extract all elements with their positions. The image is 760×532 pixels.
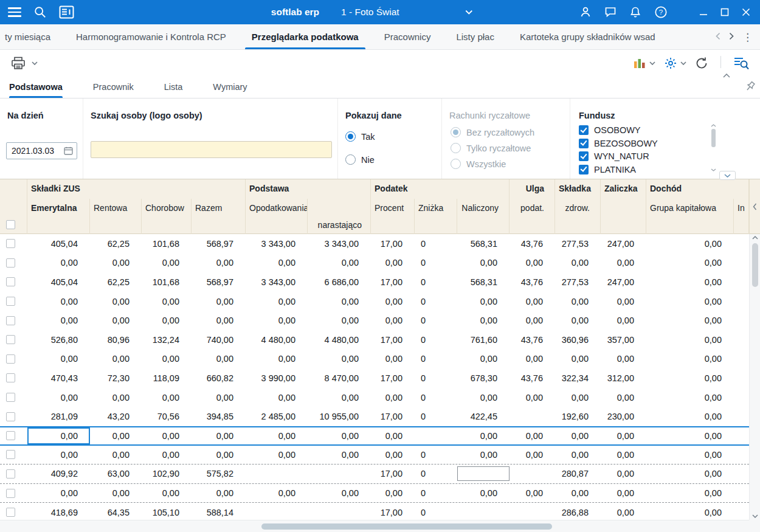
table-cell[interactable]: 0,00: [142, 354, 192, 364]
table-cell[interactable]: 0,00: [142, 258, 192, 268]
column-header-ulga-podat[interactable]: podat.: [510, 199, 555, 234]
collapse-columns-button[interactable]: [749, 179, 760, 234]
table-row[interactable]: 405,0462,25101,68568,973 343,006 686,001…: [0, 272, 749, 292]
table-cell[interactable]: 0,00: [646, 297, 734, 306]
table-row[interactable]: 0,000,000,000,000,000,000,0000,000,000,0…: [0, 350, 749, 369]
row-checkbox[interactable]: [6, 354, 15, 364]
table-cell[interactable]: 0: [415, 277, 457, 287]
radio-nie[interactable]: Nie: [345, 154, 375, 165]
table-cell[interactable]: 0,00: [646, 277, 734, 287]
table-cell[interactable]: 0,00: [192, 488, 246, 498]
row-checkbox[interactable]: [6, 508, 15, 517]
table-cell[interactable]: 0,00: [646, 316, 734, 325]
search-in-list-button[interactable]: [732, 54, 750, 72]
table-cell[interactable]: 0,00: [90, 450, 142, 460]
table-cell[interactable]: 422,45: [457, 412, 510, 421]
table-cell[interactable]: 17,00: [371, 239, 415, 249]
table-cell[interactable]: 4 480,00: [308, 335, 371, 345]
table-cell[interactable]: 405,04: [27, 277, 90, 287]
table-row[interactable]: 0,000,000,000,000,000,000,0000,000,000,0…: [0, 484, 749, 503]
table-cell[interactable]: 0: [415, 412, 457, 421]
table-cell[interactable]: 0,00: [510, 431, 555, 441]
row-checkbox[interactable]: [6, 239, 15, 248]
table-cell[interactable]: 312,00: [601, 373, 646, 383]
table-cell[interactable]: 0,00: [457, 488, 510, 498]
table-cell[interactable]: 17,00: [371, 508, 415, 517]
menu-button[interactable]: [8, 7, 21, 16]
pin-button[interactable]: [745, 81, 756, 94]
tabs-scroll-left-icon[interactable]: [716, 32, 720, 42]
table-cell[interactable]: 0: [415, 335, 457, 345]
table-cell[interactable]: 0,00: [192, 297, 246, 306]
table-cell[interactable]: 118,09: [142, 373, 192, 383]
table-cell[interactable]: 70,56: [142, 412, 192, 421]
minimize-button[interactable]: [699, 8, 708, 16]
column-header-in[interactable]: In: [734, 199, 749, 234]
help-button[interactable]: ?: [654, 5, 668, 19]
table-cell[interactable]: 740,00: [192, 335, 246, 345]
table-cell[interactable]: 8 470,00: [308, 373, 371, 383]
table-cell[interactable]: 0,00: [555, 450, 601, 460]
table-cell[interactable]: 101,68: [142, 239, 192, 249]
table-cell[interactable]: 0,00: [457, 297, 510, 306]
table-cell[interactable]: 0: [415, 393, 457, 402]
row-checkbox[interactable]: [6, 373, 15, 382]
table-cell[interactable]: 0: [415, 488, 457, 498]
row-checkbox[interactable]: [6, 450, 15, 459]
table-cell[interactable]: 0,00: [192, 354, 246, 364]
row-checkbox[interactable]: [6, 277, 15, 286]
date-input[interactable]: 2021.03.03: [6, 142, 77, 159]
table-cell[interactable]: 0,00: [90, 316, 142, 325]
table-cell[interactable]: 0,00: [246, 393, 308, 402]
table-cell[interactable]: 0,00: [510, 393, 555, 402]
tab-listy-plac[interactable]: Listy płac: [443, 24, 507, 49]
column-header-zaliczka[interactable]: Zaliczka: [601, 179, 646, 199]
table-cell[interactable]: 418,69: [27, 508, 90, 517]
subtab-wymiary[interactable]: Wymiary: [213, 76, 247, 98]
table-cell[interactable]: 0,00: [510, 258, 555, 268]
table-cell[interactable]: 0,00: [555, 393, 601, 402]
table-cell[interactable]: 101,68: [142, 277, 192, 287]
checkbox-bezosobowy[interactable]: BEZOSOBOWY: [579, 139, 658, 148]
table-cell[interactable]: 322,34: [555, 373, 601, 383]
table-cell[interactable]: 0,00: [90, 393, 142, 402]
table-cell[interactable]: 0,00: [510, 297, 555, 306]
table-cell[interactable]: 0,00: [27, 393, 90, 402]
table-cell[interactable]: 0,00: [457, 431, 510, 441]
horizontal-scrollbar[interactable]: [0, 520, 749, 532]
refresh-button[interactable]: [694, 55, 710, 72]
table-cell[interactable]: 0,00: [27, 427, 90, 444]
table-cell[interactable]: 575,82: [192, 469, 246, 478]
table-cell[interactable]: 43,20: [90, 412, 142, 421]
table-cell[interactable]: 0,00: [371, 450, 415, 460]
table-cell[interactable]: 568,31: [457, 239, 510, 249]
table-cell[interactable]: 43,76: [510, 335, 555, 345]
table-cell[interactable]: 0,00: [646, 373, 734, 383]
table-cell[interactable]: 0,00: [371, 297, 415, 306]
table-cell[interactable]: 660,82: [192, 373, 246, 383]
table-cell[interactable]: 0: [415, 373, 457, 383]
table-row[interactable]: 405,0462,25101,68568,973 343,003 343,001…: [0, 234, 749, 254]
scrollbar-thumb[interactable]: [261, 523, 552, 530]
table-row[interactable]: 409,9263,00102,90575,8217,000280,870,000…: [0, 465, 749, 484]
table-cell[interactable]: 0,00: [246, 450, 308, 460]
table-row[interactable]: 0,000,000,000,000,000,000,0000,000,000,0…: [0, 388, 749, 407]
table-cell[interactable]: 2 485,00: [246, 412, 308, 421]
table-cell[interactable]: 247,00: [601, 277, 646, 287]
table-cell[interactable]: 0,00: [27, 316, 90, 325]
table-cell[interactable]: 43,76: [510, 277, 555, 287]
table-cell[interactable]: 0,00: [646, 239, 734, 249]
row-checkbox[interactable]: [6, 412, 15, 421]
table-cell[interactable]: 0,00: [457, 258, 510, 268]
news-button[interactable]: [59, 5, 74, 19]
table-cell[interactable]: 0,00: [601, 297, 646, 306]
table-cell[interactable]: 0,00: [308, 450, 371, 460]
table-cell[interactable]: 17,00: [371, 412, 415, 421]
table-cell[interactable]: 0,00: [646, 354, 734, 364]
table-cell[interactable]: 10 955,00: [308, 412, 371, 421]
table-cell[interactable]: 0,00: [646, 508, 734, 517]
table-cell[interactable]: 0,00: [246, 258, 308, 268]
table-cell[interactable]: 0: [415, 354, 457, 364]
table-row[interactable]: 281,0943,2070,56394,852 485,0010 955,001…: [0, 407, 749, 426]
table-cell[interactable]: 0,00: [601, 469, 646, 478]
